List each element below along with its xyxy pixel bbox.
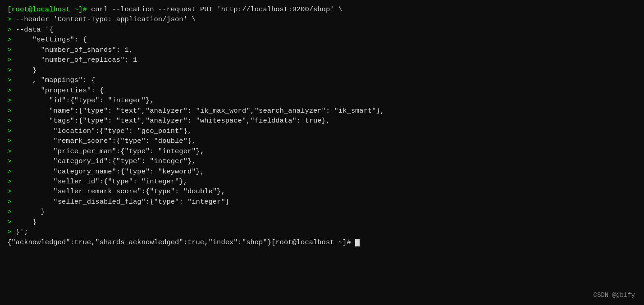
prompt-11: > (7, 107, 11, 115)
cmd-8: , "mappings": { (11, 76, 95, 84)
cmd-1: curl --location --request PUT 'http://lo… (87, 5, 343, 14)
prompt-5: > (7, 46, 11, 54)
cmd-4: "settings": { (11, 36, 87, 44)
cmd-12: "tags":{"type": "text","analyzer": "whit… (11, 117, 330, 125)
prompt-15: > (7, 147, 11, 155)
cmd-11: "name":{"type": "text","analyzer": "ik_m… (11, 107, 384, 115)
cmd-10: "id":{"type": "integer"}, (11, 96, 154, 105)
prompt-14: > (7, 137, 11, 145)
prompt-12: > (7, 117, 11, 125)
cmd-19: "seller_remark_score":{"type": "double"}… (11, 187, 225, 196)
terminal-cursor (355, 239, 360, 246)
result-line: {"acknowledged":true,"shards_acknowledge… (7, 238, 360, 246)
cmd-16: "category_id":{"type": "integer"}, (11, 157, 196, 165)
prompt-3: > (7, 26, 11, 34)
prompt-13: > (7, 127, 11, 135)
prompt-16: > (7, 157, 11, 165)
prompt-17: > (7, 168, 11, 176)
cmd-23: }'; (11, 228, 28, 236)
cmd-17: "category_name":{"type": "keyword"}, (11, 168, 204, 176)
cmd-9: "properties": { (11, 86, 104, 95)
cmd-13: "location":{"type": "geo_point"}, (11, 127, 192, 135)
prompt-10: > (7, 96, 11, 105)
prompt-21: > (7, 208, 11, 216)
prompt-8: > (7, 76, 11, 84)
prompt-9: > (7, 86, 11, 95)
cmd-20: "seller_disabled_flag":{"type": "integer… (11, 198, 229, 206)
prompt-22: > (7, 218, 11, 226)
cmd-6: "number_of_replicas": 1 (11, 56, 137, 64)
cmd-21: } (11, 208, 45, 216)
cmd-7: } (11, 66, 37, 74)
prompt-7: > (7, 66, 11, 74)
prompt-23: > (7, 228, 11, 236)
cmd-18: "seller_id":{"type": "integer"}, (11, 178, 187, 186)
prompt-1: [root@localhost ~]# (7, 5, 87, 14)
prompt-4: > (7, 36, 11, 44)
cmd-2: --header 'Content-Type: application/json… (11, 15, 196, 23)
terminal-window: [root@localhost ~]# curl --location --re… (0, 0, 644, 305)
watermark-text: CSDN @gblfy (594, 291, 635, 300)
prompt-20: > (7, 198, 11, 206)
cmd-3: --data '{ (11, 26, 53, 34)
prompt-6: > (7, 56, 11, 64)
cmd-5: "number_of_shards": 1, (11, 46, 133, 54)
prompt-19: > (7, 187, 11, 196)
prompt-2: > (7, 15, 11, 23)
cmd-14: "remark_score":{"type": "double"}, (11, 137, 196, 145)
cmd-22: } (11, 218, 37, 226)
prompt-18: > (7, 178, 11, 186)
cmd-15: "price_per_man":{"type": "integer"}, (11, 147, 204, 155)
terminal-content: [root@localhost ~]# curl --location --re… (7, 5, 637, 247)
